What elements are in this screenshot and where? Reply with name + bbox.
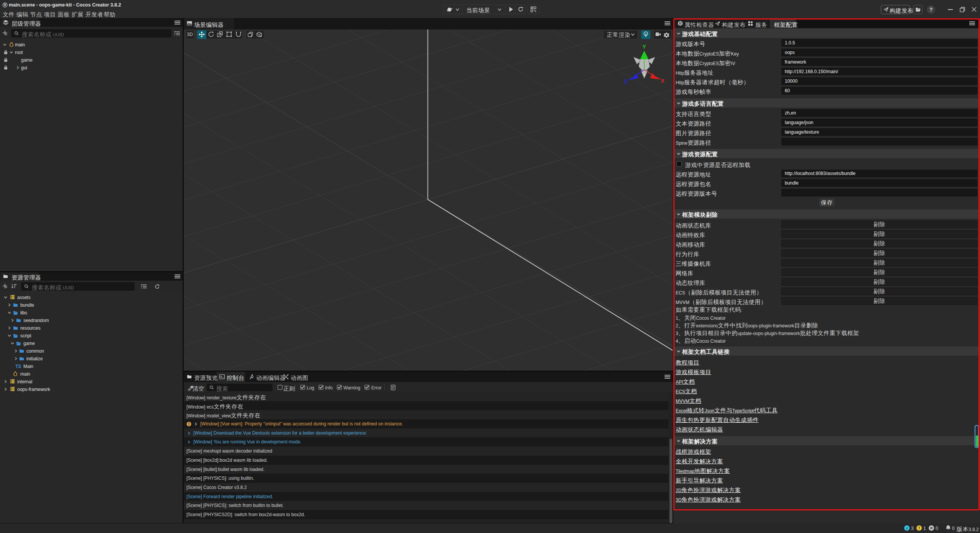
svg-text:i: i	[906, 526, 908, 530]
svg-text:X: X	[661, 78, 665, 84]
svg-text:Z: Z	[624, 78, 628, 85]
svg-text:Y: Y	[642, 44, 646, 50]
svg-text:?: ?	[929, 7, 933, 13]
